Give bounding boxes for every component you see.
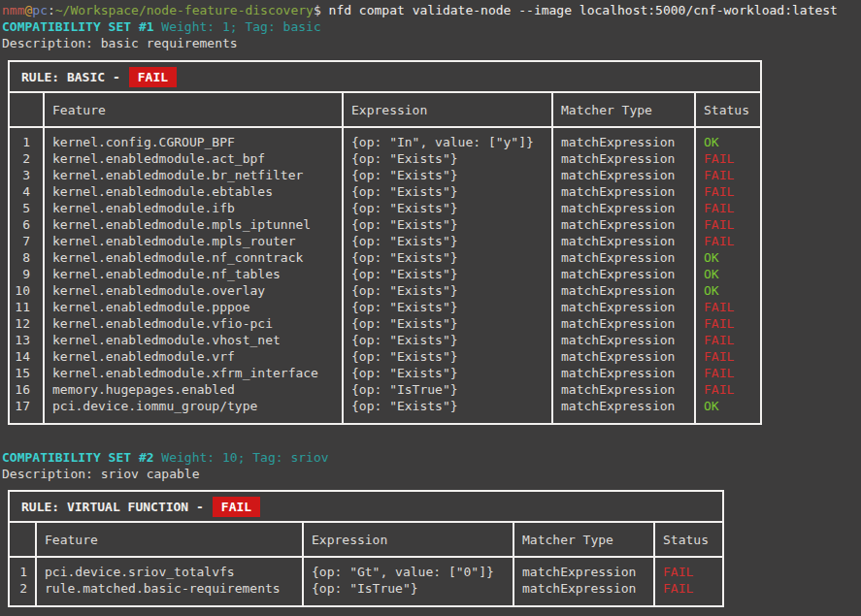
expression-cell: {op: "Exists"} [343, 282, 552, 299]
expression-cell: {op: "Gt", value: ["0"]} [303, 557, 513, 580]
status-cell: FAIL [654, 580, 723, 606]
feature-cell: pci.device.sriov_totalvfs [36, 557, 303, 580]
terminal-window: nmm@pc:~/Workspace/node-feature-discover… [0, 0, 861, 616]
expression-cell: {op: "IsTrue"} [343, 381, 552, 398]
set-2-description: Description: sriov capable [2, 466, 861, 482]
feature-cell: kernel.enabledmodule.pppoe [44, 299, 343, 315]
status-cell: FAIL [695, 167, 761, 183]
status-cell: FAIL [654, 557, 723, 580]
table-row: 5kernel.enabledmodule.ifb{op: "Exists"}m… [9, 200, 761, 216]
expression-cell: {op: "Exists"} [343, 249, 552, 266]
status-cell: OK [695, 266, 761, 282]
matcher-type-cell: matchExpression [552, 183, 695, 200]
feature-cell: rule.matched.basic-requirements [36, 580, 303, 606]
matcher-type-cell: matchExpression [552, 332, 695, 348]
prompt-host: pc [32, 3, 48, 17]
terminal-prompt-line: nmm@pc:~/Workspace/node-feature-discover… [2, 2, 861, 18]
rule-2-status-badge: FAIL [213, 497, 260, 517]
set-1-description: Description: basic requirements [2, 35, 861, 51]
matcher-type-cell: matchExpression [552, 266, 695, 282]
status-cell: OK [695, 398, 761, 424]
column-header-matcher-type: Matcher Type [552, 92, 695, 127]
table-row: 15kernel.enabledmodule.xfrm_interface{op… [9, 365, 761, 381]
compatibility-set-2-title-line: COMPATIBILITY SET #2 Weight: 10; Tag: sr… [2, 449, 861, 466]
matcher-type-cell: matchExpression [552, 365, 695, 381]
expression-cell: {op: "In", value: ["y"]} [343, 127, 552, 150]
rule-title-cell: RULE: VIRTUAL FUNCTION -FAIL [9, 491, 723, 522]
table-row: 10kernel.enabledmodule.overlay{op: "Exis… [9, 282, 761, 299]
matcher-type-cell: matchExpression [552, 127, 695, 150]
expression-cell: {op: "Exists"} [343, 332, 552, 348]
table-row: 14kernel.enabledmodule.vrf{op: "Exists"}… [9, 348, 761, 365]
row-number-cell: 2 [9, 150, 44, 167]
row-number-cell: 16 [9, 381, 44, 398]
row-number-cell: 13 [9, 332, 44, 348]
column-header-expression: Expression [343, 92, 552, 127]
status-cell: FAIL [695, 183, 761, 200]
terminal-command: nfd compat validate-node --image localho… [321, 3, 838, 17]
expression-cell: {op: "Exists"} [343, 183, 552, 200]
row-number-cell: 12 [9, 315, 44, 332]
table-row: 1kernel.config.CGROUP_BPF{op: "In", valu… [9, 127, 761, 150]
table-row: 2kernel.enabledmodule.act_bpf{op: "Exist… [9, 150, 761, 167]
feature-cell: kernel.enabledmodule.nf_tables [44, 266, 343, 282]
column-header-number [9, 522, 36, 557]
expression-cell: {op: "Exists"} [343, 200, 552, 216]
matcher-type-cell: matchExpression [552, 216, 695, 233]
status-cell: FAIL [695, 348, 761, 365]
expression-cell: {op: "Exists"} [343, 348, 552, 365]
row-number-cell: 7 [9, 233, 44, 249]
row-number-cell: 10 [9, 282, 44, 299]
expression-cell: {op: "Exists"} [343, 167, 552, 183]
column-header-number [9, 92, 44, 127]
status-cell: FAIL [695, 233, 761, 249]
prompt-user: nmm [2, 3, 24, 17]
table-row: 11kernel.enabledmodule.pppoe{op: "Exists… [9, 299, 761, 315]
status-cell: FAIL [695, 365, 761, 381]
status-cell: FAIL [695, 381, 761, 398]
row-number-cell: 6 [9, 216, 44, 233]
table-row: 2rule.matched.basic-requirements{op: "Is… [9, 580, 723, 606]
rule-virtual-function-table: RULE: VIRTUAL FUNCTION -FAIL Feature Exp… [8, 490, 724, 607]
rule-title-cell: RULE: BASIC -FAIL [9, 61, 761, 92]
status-cell: OK [695, 282, 761, 299]
feature-cell: pci.device.iommu_group/type [44, 398, 343, 424]
table-row: 16memory.hugepages.enabled{op: "IsTrue"}… [9, 381, 761, 398]
prompt-dollar: $ [314, 3, 321, 17]
expression-cell: {op: "Exists"} [343, 315, 552, 332]
column-header-status: Status [695, 92, 761, 127]
row-number-cell: 8 [9, 249, 44, 266]
expression-cell: {op: "Exists"} [343, 398, 552, 424]
feature-cell: kernel.enabledmodule.act_bpf [44, 150, 343, 167]
feature-cell: kernel.config.CGROUP_BPF [44, 127, 343, 150]
matcher-type-cell: matchExpression [552, 282, 695, 299]
expression-cell: {op: "Exists"} [343, 150, 552, 167]
column-header-feature: Feature [36, 522, 303, 557]
prompt-path: ~/Workspace/node-feature-discovery [55, 3, 314, 17]
table-row: 6kernel.enabledmodule.mpls_iptunnel{op: … [9, 216, 761, 233]
expression-cell: {op: "Exists"} [343, 233, 552, 249]
set-2-title: COMPATIBILITY SET #2 [2, 450, 154, 465]
matcher-type-cell: matchExpression [552, 233, 695, 249]
row-number-cell: 14 [9, 348, 44, 365]
status-cell: FAIL [695, 332, 761, 348]
row-number-cell: 1 [9, 127, 44, 150]
status-cell: FAIL [695, 299, 761, 315]
row-number-cell: 4 [9, 183, 44, 200]
feature-cell: kernel.enabledmodule.nf_conntrack [44, 249, 343, 266]
matcher-type-cell: matchExpression [513, 580, 654, 606]
row-number-cell: 3 [9, 167, 44, 183]
feature-cell: kernel.enabledmodule.ifb [44, 200, 343, 216]
feature-cell: kernel.enabledmodule.ebtables [44, 183, 343, 200]
status-cell: FAIL [695, 200, 761, 216]
table-row: 12kernel.enabledmodule.vfio-pci{op: "Exi… [9, 315, 761, 332]
feature-cell: kernel.enabledmodule.vfio-pci [44, 315, 343, 332]
rule-basic-table: RULE: BASIC -FAIL Feature Expression Mat… [8, 60, 762, 425]
column-header-row: Feature Expression Matcher Type Status [9, 92, 761, 127]
row-number-cell: 5 [9, 200, 44, 216]
feature-cell: kernel.enabledmodule.mpls_router [44, 233, 343, 249]
table-row: 4kernel.enabledmodule.ebtables{op: "Exis… [9, 183, 761, 200]
table-row: 9kernel.enabledmodule.nf_tables{op: "Exi… [9, 266, 761, 282]
rule-header-row: RULE: VIRTUAL FUNCTION -FAIL [9, 491, 723, 522]
compatibility-set-1-title-line: COMPATIBILITY SET #1 Weight: 1; Tag: bas… [2, 18, 861, 35]
